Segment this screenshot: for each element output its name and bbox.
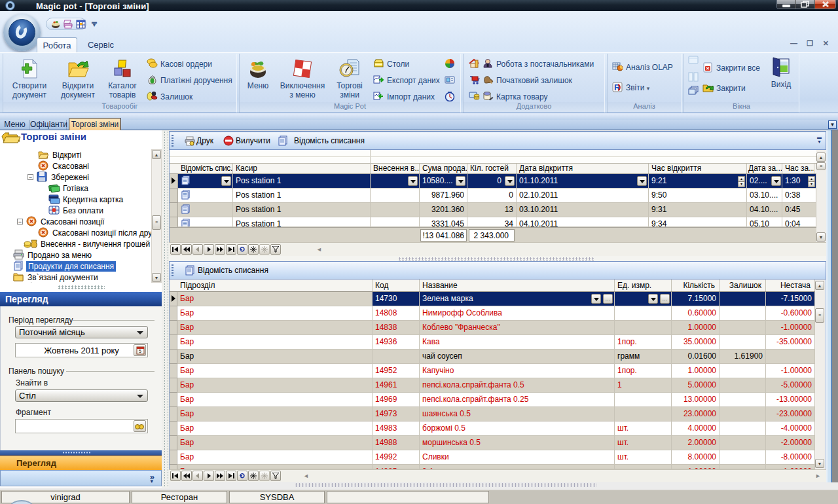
svg-text:5: 5 bbox=[139, 349, 141, 353]
